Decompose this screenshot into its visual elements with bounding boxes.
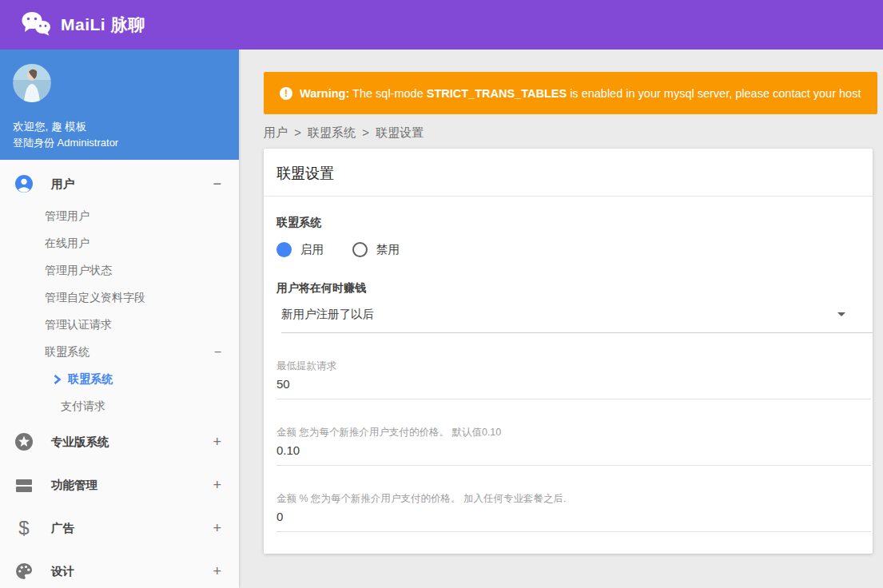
star-circle-icon: [14, 432, 34, 451]
min-withdraw-field: 最低提款请求: [276, 360, 871, 399]
breadcrumb-separator: >: [294, 125, 301, 139]
breadcrumb-item: 联盟设置: [376, 125, 424, 139]
referral-percent-field: 金额 % 您为每个新推介用户支付的价格。 加入任何专业套餐之后.: [276, 492, 871, 532]
main-content: ! Warning: The sql-mode STRICT_TRANS_TAB…: [239, 50, 883, 588]
sidebar-item-affiliate-group[interactable]: 联盟系统 −: [0, 339, 239, 366]
breadcrumb-item[interactable]: 用户: [264, 125, 288, 139]
expand-icon[interactable]: +: [213, 520, 221, 537]
profile-panel: 欢迎您, 趣 模板 登陆身份 Administrator: [0, 50, 239, 160]
radio-unselected-icon[interactable]: [352, 242, 368, 257]
user-circle-icon: [14, 174, 34, 193]
breadcrumb: 用户 > 联盟系统 > 联盟设置: [262, 125, 883, 141]
app-header: MaiLi 脉聊: [0, 0, 883, 50]
warning-banner: ! Warning: The sql-mode STRICT_TRANS_TAB…: [264, 72, 877, 114]
radio-selected-icon[interactable]: [276, 242, 292, 257]
sidebar-item-users[interactable]: 用户 −: [0, 165, 239, 203]
chevron-right-icon: [53, 375, 62, 384]
sidebar-item-online-users[interactable]: 在线用户: [0, 230, 239, 257]
sidebar-item-ads[interactable]: $ 广告 +: [0, 507, 239, 550]
sidebar-item-verify-requests[interactable]: 管理认证请求: [0, 312, 239, 339]
referral-amount-input[interactable]: [276, 439, 871, 466]
collapse-icon[interactable]: −: [213, 176, 221, 193]
field-label: 最低提款请求: [276, 360, 871, 373]
warning-text: Warning: The sql-mode STRICT_TRANS_TABLE…: [300, 87, 861, 100]
app-title: MaiLi 脉聊: [61, 14, 145, 36]
sidebar-item-affiliate-settings-active[interactable]: 联盟系统: [0, 366, 239, 393]
breadcrumb-item[interactable]: 联盟系统: [308, 125, 356, 139]
stream-icon: [14, 475, 34, 495]
radio-disable[interactable]: 禁用: [352, 242, 400, 257]
expand-icon[interactable]: +: [213, 477, 221, 494]
palette-icon: [14, 562, 34, 581]
breadcrumb-separator: >: [362, 125, 369, 139]
sidebar-item-design[interactable]: 设计 +: [0, 550, 239, 588]
earn-when-select[interactable]: 新用户注册了以后: [281, 307, 873, 333]
referral-percent-input[interactable]: [276, 506, 871, 532]
sidebar-item-user-status[interactable]: 管理用户状态: [0, 257, 239, 284]
sidebar-item-manage-users[interactable]: 管理用户: [0, 203, 239, 230]
expand-icon[interactable]: +: [213, 434, 221, 451]
sidebar: 欢迎您, 趣 模板 登陆身份 Administrator 用户 − 管理用户 在…: [0, 50, 239, 588]
card-body: 联盟系统 启用 禁用 用户将在何时赚钱 新用户注册了以后 最低提款请求: [264, 197, 873, 554]
field-label: 金额 % 您为每个新推介用户支付的价格。 加入任何专业套餐之后.: [276, 492, 871, 506]
select-value: 新用户注册了以后: [281, 307, 837, 322]
wechat-logo-icon: [21, 10, 51, 39]
card-title: 联盟设置: [276, 164, 860, 183]
sidebar-menu: 用户 − 管理用户 在线用户 管理用户状态 管理自定义资料字段 管理认证请求 联…: [0, 160, 239, 588]
field-label: 金额 您为每个新推介用户支付的价格。 默认值0.10: [276, 426, 871, 439]
exclamation-circle-icon: !: [280, 87, 292, 100]
dollar-icon: $: [14, 518, 34, 538]
expand-icon[interactable]: +: [213, 563, 221, 580]
min-withdraw-input[interactable]: [276, 373, 871, 399]
sidebar-item-payment-requests[interactable]: 支付请求: [0, 393, 239, 420]
login-role-text: 登陆身份 Administrator: [13, 135, 118, 150]
sidebar-item-feature-manage[interactable]: 功能管理 +: [0, 463, 239, 507]
affiliate-system-radio-group: 启用 禁用: [276, 242, 860, 257]
avatar[interactable]: [13, 64, 51, 102]
affiliate-settings-card: 联盟设置 联盟系统 启用 禁用 用户将在何时赚钱 新用户注册了以后 最低提: [264, 149, 873, 554]
card-header: 联盟设置: [264, 149, 873, 197]
collapse-icon[interactable]: −: [214, 345, 221, 360]
welcome-text: 欢迎您, 趣 模板: [13, 119, 118, 135]
sidebar-item-pro-system[interactable]: 专业版系统 +: [0, 420, 239, 463]
referral-amount-field: 金额 您为每个新推介用户支付的价格。 默认值0.10: [276, 426, 871, 466]
caret-down-icon: [837, 312, 845, 316]
sidebar-item-custom-fields[interactable]: 管理自定义资料字段: [0, 284, 239, 312]
affiliate-system-label: 联盟系统: [276, 216, 860, 230]
earn-when-label: 用户将在何时赚钱: [276, 281, 860, 296]
radio-enable[interactable]: 启用: [276, 242, 324, 257]
brand: MaiLi 脉聊: [21, 10, 145, 39]
